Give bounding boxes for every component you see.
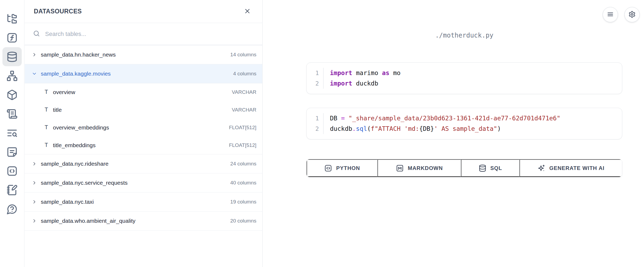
chevron-right-icon: [32, 52, 37, 57]
datasources-panel: DATASOURCES sample_data.hn.hacker_news14…: [25, 0, 263, 267]
chevron-right-icon: [32, 161, 37, 166]
chevron-down-icon: [32, 71, 37, 76]
search-input[interactable]: [45, 31, 254, 38]
sidebar-variables-button[interactable]: [2, 28, 22, 47]
notebook-filename[interactable]: ./motherduck.py: [306, 0, 622, 40]
code-line: duckdb.sql(f"ATTACH 'md:{DB}' AS sample_…: [330, 124, 622, 134]
code-line: import marimo as mo: [330, 68, 622, 78]
sidebar-file-explorer-button[interactable]: [2, 9, 22, 28]
datasources-header: DATASOURCES: [25, 0, 262, 23]
column-count: 14 columns: [230, 52, 256, 58]
sidebar-datasources-button[interactable]: [2, 47, 22, 66]
gear-icon: [628, 11, 636, 19]
help-chat-icon: [6, 203, 18, 215]
code-square-icon: [6, 165, 18, 177]
search-icon: [33, 30, 40, 38]
line-numbers: 12: [307, 113, 323, 134]
text-type-icon: T: [45, 89, 48, 96]
chevron-right-icon: [32, 180, 37, 186]
table-name: sample_data.nyc.taxi: [41, 199, 94, 205]
panel-title: DATASOURCES: [34, 8, 82, 15]
add-sql-cell-button[interactable]: SQL: [461, 159, 519, 177]
column-name: overview: [53, 89, 75, 95]
column-name: title_embeddings: [53, 142, 96, 149]
column-name: title: [53, 107, 62, 113]
cells-container: 12import marimo as moimport duckdb12DB =…: [306, 62, 622, 139]
column-count: 20 columns: [230, 218, 256, 224]
add-button-label: MARKDOWN: [408, 165, 443, 171]
table-row[interactable]: sample_data.who.ambient_air_quality20 co…: [25, 212, 262, 231]
code-editor[interactable]: DB = "_share/sample_data/23b0d623-1361-4…: [323, 113, 622, 134]
code-cell: 12import marimo as moimport duckdb: [306, 62, 622, 94]
sidebar-dependencies-button[interactable]: [2, 66, 22, 85]
column-row[interactable]: Ttitle_embeddingsFLOAT[512]: [25, 136, 262, 154]
add-cell-bar: PYTHONMARKDOWNSQLGENERATE WITH AI: [306, 159, 622, 177]
table-name: sample_data.kaggle.movies: [41, 71, 111, 77]
column-count: 24 columns: [230, 161, 256, 167]
table-name: sample_data.nyc.rideshare: [41, 161, 108, 167]
table-name: sample_data.who.ambient_air_quality: [41, 218, 136, 224]
sidebar-logs-button[interactable]: [2, 104, 22, 123]
table-row[interactable]: sample_data.kaggle.movies4 columns: [25, 64, 262, 83]
table-list: sample_data.hn.hacker_news14 columnssamp…: [25, 45, 262, 231]
table-name: sample_data.hn.hacker_news: [41, 51, 116, 58]
text-type-icon: T: [45, 107, 48, 113]
sidebar-packages-button[interactable]: [2, 85, 22, 104]
text-type-icon: T: [45, 124, 48, 131]
chevron-right-icon: [32, 199, 37, 205]
column-row[interactable]: ToverviewVARCHAR: [25, 83, 262, 101]
sidebar-scratchpad-button[interactable]: [2, 180, 22, 199]
table-row[interactable]: sample_data.nyc.service_requests40 colum…: [25, 173, 262, 192]
table-row[interactable]: sample_data.nyc.taxi19 columns: [25, 192, 262, 212]
code-editor[interactable]: import marimo as moimport duckdb: [323, 68, 622, 89]
database-icon: [479, 164, 486, 172]
sidebar-documentation-button[interactable]: [2, 142, 22, 161]
sidebar-help-button[interactable]: [2, 199, 22, 218]
folder-tree-icon: [6, 13, 18, 24]
search-bar: [25, 23, 262, 45]
column-count: 19 columns: [230, 199, 256, 205]
notebook-area: ./motherduck.py 12import marimo as moimp…: [263, 0, 644, 267]
close-panel-button[interactable]: [241, 6, 253, 17]
list-search-icon: [6, 127, 18, 139]
column-count: 4 columns: [233, 71, 256, 77]
column-row[interactable]: TtitleVARCHAR: [25, 101, 262, 119]
table-row[interactable]: sample_data.hn.hacker_news14 columns: [25, 45, 262, 64]
column-type: VARCHAR: [232, 89, 257, 95]
sidebar-snippets-button[interactable]: [2, 161, 22, 180]
file-text-icon: [6, 146, 18, 158]
add-markdown-cell-button[interactable]: MARKDOWN: [377, 159, 461, 177]
column-count: 40 columns: [230, 180, 256, 186]
chevron-right-icon: [32, 218, 37, 224]
line-numbers: 12: [307, 68, 323, 89]
package-icon: [6, 89, 18, 101]
notebook-pen-icon: [6, 184, 18, 196]
marimo-app: DATASOURCES sample_data.hn.hacker_news14…: [0, 0, 644, 267]
column-type: VARCHAR: [232, 107, 257, 113]
column-row[interactable]: Toverview_embeddingsFLOAT[512]: [25, 119, 262, 136]
column-type: FLOAT[512]: [229, 125, 256, 131]
add-button-label: GENERATE WITH AI: [549, 165, 605, 171]
sparkles-icon: [537, 164, 545, 172]
code-cell: 12DB = "_share/sample_data/23b0d623-1361…: [306, 108, 622, 139]
line-number: 2: [307, 78, 319, 89]
column-name: overview_embeddings: [53, 124, 109, 131]
add-generate-with-ai-cell-button[interactable]: GENERATE WITH AI: [519, 159, 622, 177]
add-button-label: PYTHON: [336, 165, 360, 171]
table-row[interactable]: sample_data.nyc.rideshare24 columns: [25, 154, 262, 173]
code-line: DB = "_share/sample_data/23b0d623-1361-4…: [330, 113, 622, 124]
text-type-icon: T: [45, 142, 48, 149]
notebook-menu-button[interactable]: [603, 7, 618, 22]
settings-button[interactable]: [624, 7, 640, 22]
column-type: FLOAT[512]: [229, 142, 256, 148]
sidebar-outline-search-button[interactable]: [2, 123, 22, 142]
notebook-column: ./motherduck.py 12import marimo as moimp…: [306, 0, 622, 177]
markdown-icon: [396, 164, 404, 172]
table-name: sample_data.nyc.service_requests: [41, 180, 128, 186]
line-number: 2: [307, 124, 319, 134]
add-python-cell-button[interactable]: PYTHON: [307, 159, 377, 177]
scroll-icon: [6, 108, 18, 120]
menu-icon: [607, 11, 614, 19]
line-number: 1: [307, 68, 319, 78]
network-icon: [6, 70, 18, 81]
